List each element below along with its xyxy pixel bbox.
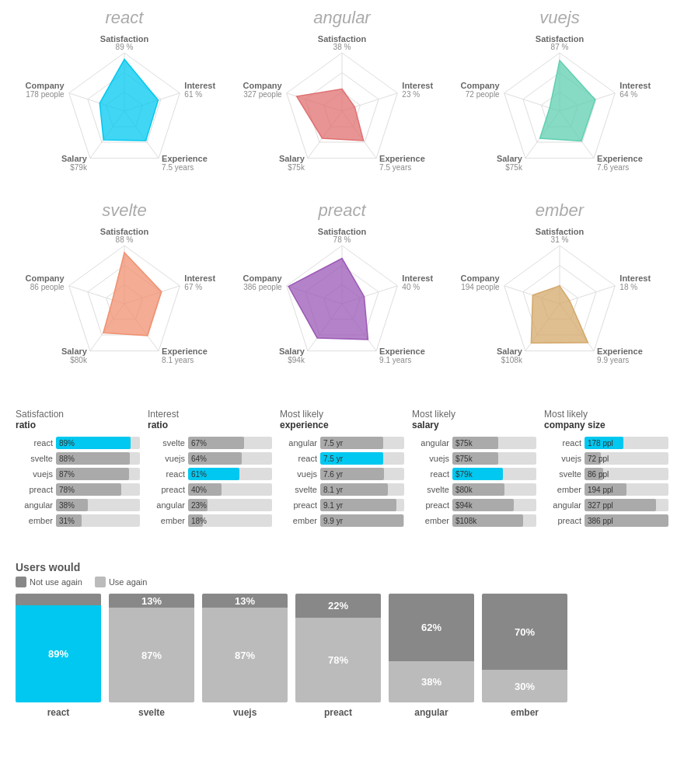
- bar-track-angular: 23%: [188, 499, 272, 511]
- legend-not-use-box: [16, 577, 26, 587]
- bar-row-preact: preact40%: [148, 483, 272, 496]
- stack-item-preact: 22%78%preact: [295, 594, 381, 718]
- legend-not-use-label: Not use again: [30, 577, 82, 587]
- bar-track-preact: $94k: [452, 499, 536, 511]
- bar-track-angular: 327 ppl: [585, 499, 668, 511]
- radar-svg-vuejs: Satisfaction 87 % Interest 64 % Experien…: [466, 30, 653, 193]
- radar-angular: angular Satisfaction 38 % Interest 23 % …: [233, 8, 451, 193]
- bar-value-preact: 78%: [59, 483, 75, 496]
- bar-row-ember: ember$108k: [412, 514, 536, 527]
- svg-text:61 %: 61 %: [184, 90, 202, 99]
- legend-use: Use again: [95, 577, 148, 587]
- bar-name-svelte: svelte: [16, 454, 53, 463]
- stack-label-angular: angular: [414, 707, 448, 718]
- svg-text:Salary: Salary: [279, 347, 305, 356]
- svg-text:Experience: Experience: [162, 347, 208, 356]
- bar-row-svelte: svelte67%: [148, 437, 272, 449]
- bar-row-react: react$79k: [412, 468, 536, 480]
- radar-svg-ember: Satisfaction 31 % Interest 18 % Experien…: [466, 222, 653, 385]
- radars-section: react Satisfaction 89 % Interest 61 % Ex…: [0, 0, 684, 401]
- bar-name-preact: preact: [16, 485, 53, 494]
- bar-value-vuejs: 72 ppl: [588, 452, 609, 465]
- bar-row-react: react61%: [148, 468, 272, 480]
- bar-value-preact: $94k: [455, 499, 473, 511]
- radar-title-preact: preact: [318, 200, 365, 221]
- bar-col-3: Most likelysalaryangular$75kvuejs$75krea…: [412, 409, 536, 530]
- bar-value-svelte: 67%: [191, 437, 207, 449]
- bar-name-vuejs: vuejs: [544, 454, 581, 463]
- svg-text:Salary: Salary: [279, 154, 305, 163]
- svg-text:72 people: 72 people: [466, 90, 500, 99]
- bar-col-1: Interestratiosvelte67%vuejs64%react61%pr…: [148, 409, 272, 530]
- bars-grid: Satisfactionratioreact89%svelte88%vuejs8…: [16, 409, 668, 530]
- svg-text:88 %: 88 %: [116, 235, 134, 244]
- bar-name-vuejs: vuejs: [280, 469, 317, 479]
- svg-text:194 people: 194 people: [461, 283, 500, 291]
- radar-svg-react: Satisfaction 89 % Interest 61 % Experien…: [31, 30, 218, 193]
- svg-marker-65: [103, 253, 162, 336]
- svg-text:$75k: $75k: [505, 163, 523, 172]
- bar-value-ember: 31%: [59, 514, 75, 527]
- bar-value-preact: 40%: [191, 483, 207, 496]
- bar-col-header-2: Most likelyexperience: [280, 409, 404, 430]
- stack-bottom-vuejs: 87%: [202, 608, 288, 702]
- svg-text:67 %: 67 %: [184, 283, 202, 291]
- bar-row-preact: preact9.1 yr: [280, 499, 404, 511]
- svg-text:Company: Company: [26, 274, 65, 283]
- stack-label-preact: preact: [324, 707, 352, 718]
- svg-text:9.9 years: 9.9 years: [597, 356, 629, 364]
- bar-value-react: 7.5 yr: [323, 452, 343, 465]
- svg-text:Interest: Interest: [619, 81, 651, 90]
- bar-row-vuejs: vuejs64%: [148, 452, 272, 465]
- svg-text:Company: Company: [243, 81, 283, 90]
- bar-value-angular: 38%: [59, 499, 75, 511]
- stack-label-vuejs: vuejs: [233, 707, 257, 718]
- bar-row-angular: angular7.5 yr: [280, 437, 404, 449]
- bar-name-svelte: svelte: [412, 485, 449, 494]
- bar-row-vuejs: vuejs72 ppl: [544, 452, 668, 465]
- stack-bar-preact: 22%78%: [295, 594, 381, 702]
- stack-bottom-svelte: 87%: [109, 608, 194, 702]
- bar-name-vuejs: vuejs: [148, 454, 185, 463]
- bar-track-preact: 78%: [56, 483, 140, 496]
- svg-text:23 %: 23 %: [402, 90, 420, 99]
- bar-name-angular: angular: [544, 500, 581, 510]
- radar-title-react: react: [106, 8, 144, 28]
- radar-title-ember: ember: [536, 200, 584, 221]
- stack-top-vuejs: 13%: [202, 594, 288, 608]
- svg-text:Interest: Interest: [184, 274, 215, 283]
- bar-track-ember: $108k: [452, 514, 536, 527]
- bar-name-angular: angular: [412, 438, 449, 448]
- radar-svg-angular: Satisfaction 38 % Interest 23 % Experien…: [249, 30, 435, 193]
- bar-value-react: 89%: [59, 437, 75, 449]
- stack-bar-react: 89%: [16, 594, 101, 702]
- bar-row-vuejs: vuejs7.6 yr: [280, 468, 404, 480]
- bar-row-vuejs: vuejs87%: [16, 468, 140, 480]
- radar-title-svelte: svelte: [102, 200, 146, 221]
- bar-value-vuejs: 64%: [191, 452, 207, 465]
- radar-ember: ember Satisfaction 31 % Interest 18 % Ex…: [451, 200, 668, 385]
- bar-row-preact: preact78%: [16, 483, 140, 496]
- bar-name-svelte: svelte: [280, 485, 317, 494]
- bar-name-vuejs: vuejs: [16, 469, 53, 479]
- svg-marker-27: [297, 89, 364, 141]
- radar-title-vuejs: vuejs: [539, 8, 579, 28]
- svg-text:40 %: 40 %: [402, 283, 420, 291]
- bar-track-preact: 9.1 yr: [320, 499, 404, 511]
- users-title: Users would: [16, 561, 668, 573]
- bar-row-ember: ember31%: [16, 514, 140, 527]
- bar-track-svelte: 86 ppl: [585, 468, 668, 480]
- bar-name-ember: ember: [412, 516, 449, 525]
- bar-name-preact: preact: [544, 516, 581, 525]
- bar-name-react: react: [280, 454, 317, 463]
- bar-value-angular: $75k: [455, 437, 473, 449]
- svg-text:Company: Company: [243, 274, 283, 283]
- svg-text:386 people: 386 people: [243, 283, 282, 291]
- bar-name-angular: angular: [280, 438, 317, 448]
- legend: Not use again Use again: [16, 577, 668, 587]
- stack-label-react: react: [47, 707, 70, 718]
- svg-text:$108k: $108k: [501, 356, 523, 364]
- svg-text:Experience: Experience: [379, 347, 425, 356]
- svg-text:86 people: 86 people: [30, 283, 65, 291]
- bar-value-vuejs: 7.6 yr: [323, 468, 343, 480]
